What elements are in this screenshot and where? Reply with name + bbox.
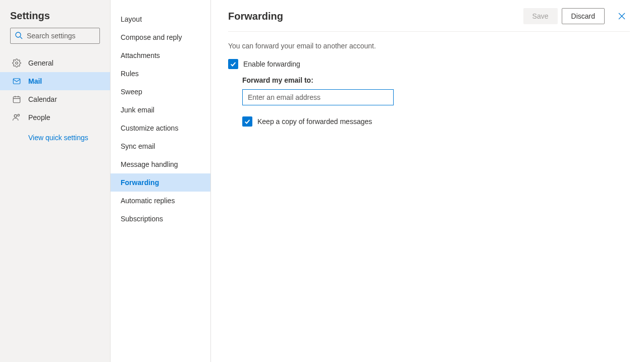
subnav-item-subscriptions[interactable]: Subscriptions [111,210,210,228]
settings-sidebar: Settings General Mail C [0,0,111,362]
close-icon [618,12,626,20]
sidebar-item-general[interactable]: General [0,54,110,72]
view-quick-settings-link[interactable]: View quick settings [0,127,110,142]
subnav-item-junk[interactable]: Junk email [111,101,210,119]
subnav-item-customize[interactable]: Customize actions [111,119,210,137]
svg-rect-4 [13,97,20,103]
sidebar-item-mail[interactable]: Mail [0,72,110,90]
calendar-icon [12,95,21,104]
save-button[interactable]: Save [523,8,558,24]
gear-icon [12,58,21,68]
svg-point-8 [14,114,17,117]
mail-icon [12,77,21,86]
settings-title: Settings [0,0,110,28]
check-icon [244,118,251,125]
search-icon [15,31,23,41]
subnav-item-compose[interactable]: Compose and reply [111,28,210,46]
svg-point-0 [16,32,21,37]
check-icon [230,61,237,68]
search-settings[interactable] [10,28,100,44]
main-pane: Forwarding Save Discard You can forward … [211,0,644,362]
forward-email-input[interactable] [242,89,394,105]
mail-subnav: Layout Compose and reply Attachments Rul… [111,0,211,362]
svg-point-9 [18,114,20,116]
sidebar-item-label: Mail [28,77,42,85]
sidebar-item-calendar[interactable]: Calendar [0,90,110,108]
sidebar-item-label: People [28,113,50,122]
close-button[interactable] [614,8,630,24]
subnav-item-sweep[interactable]: Sweep [111,83,210,101]
search-input[interactable] [26,31,116,40]
forwarding-description: You can forward your email to another ac… [228,42,630,50]
subnav-item-autoreply[interactable]: Automatic replies [111,192,210,210]
svg-line-1 [20,37,22,39]
enable-forwarding-label: Enable forwarding [243,60,300,68]
subnav-item-sync[interactable]: Sync email [111,137,210,155]
subnav-item-layout[interactable]: Layout [111,10,210,28]
subnav-item-message-handling[interactable]: Message handling [111,155,210,173]
enable-forwarding-checkbox[interactable] [228,59,238,69]
keep-copy-checkbox[interactable] [242,116,252,127]
subnav-item-attachments[interactable]: Attachments [111,46,210,65]
subnav-item-rules[interactable]: Rules [111,65,210,83]
svg-rect-3 [13,79,20,84]
sidebar-item-label: Calendar [28,95,57,103]
keep-copy-label: Keep a copy of forwarded messages [257,117,372,126]
page-title: Forwarding [228,11,519,22]
sidebar-item-people[interactable]: People [0,108,110,127]
subnav-item-forwarding[interactable]: Forwarding [111,173,210,192]
forward-to-label: Forward my email to: [242,76,630,84]
sidebar-item-label: General [28,59,53,67]
svg-point-2 [16,62,18,65]
discard-button[interactable]: Discard [562,8,605,24]
people-icon [12,113,21,122]
